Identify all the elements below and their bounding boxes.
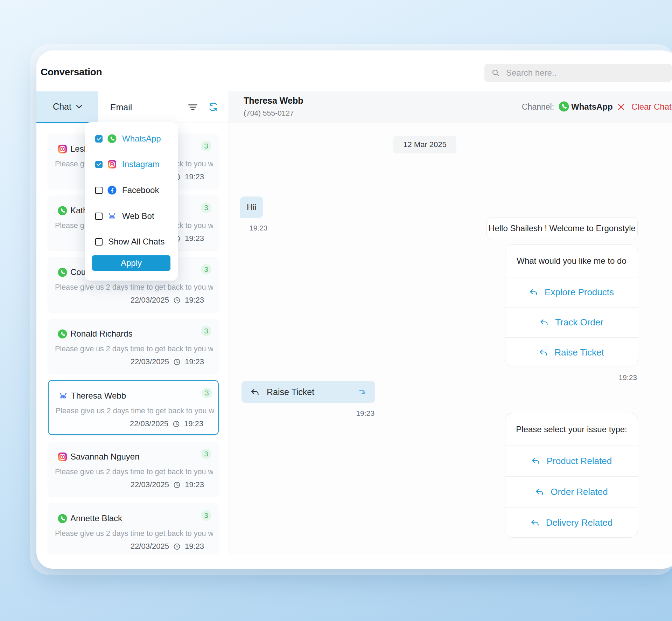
chat-time: 19:23 xyxy=(185,542,204,551)
filter-button[interactable] xyxy=(187,101,199,113)
checkbox[interactable] xyxy=(95,238,103,246)
menu-option-label: Track Order xyxy=(555,317,603,328)
menu-option-delivery-related[interactable]: Delivery Related xyxy=(505,507,638,538)
filter-option-instagram[interactable]: Instagram xyxy=(85,157,178,172)
clock-icon xyxy=(173,358,181,366)
conversation-body: 12 Mar 2025 Hii 19:23 Hello Shailesh ! W… xyxy=(229,123,672,554)
clock-icon xyxy=(173,481,181,489)
clock-icon xyxy=(173,297,181,304)
filter-show-all-chats[interactable]: Show All Chats xyxy=(85,234,178,249)
filter-option-webbot[interactable]: Web Bot xyxy=(85,209,178,223)
whatsapp-icon xyxy=(559,101,569,112)
chat-list-item[interactable]: Savannah Nguyen 3 Please give us 2 days … xyxy=(48,442,219,497)
whatsapp-icon xyxy=(107,134,117,143)
reply-arrow-icon xyxy=(251,389,260,395)
message-time: 19:23 xyxy=(612,373,637,382)
chat-date: 22/03/2025 xyxy=(131,480,169,489)
apply-button[interactable]: Apply xyxy=(92,255,170,271)
search-input[interactable] xyxy=(505,68,654,78)
facebook-icon xyxy=(107,186,117,195)
reply-arrow-icon xyxy=(539,349,548,356)
clear-chat-label: Clear Chat xyxy=(631,102,672,112)
tab-chat-label: Chat xyxy=(53,102,71,112)
whatsapp-icon xyxy=(58,268,67,277)
filter-option-whatsapp[interactable]: WhatsApp xyxy=(85,131,178,146)
filter-option-label: Instagram xyxy=(122,159,160,169)
tab-chat[interactable]: Chat xyxy=(36,91,98,123)
clock-icon xyxy=(173,420,180,428)
clear-chat-button[interactable]: Clear Chat xyxy=(618,102,672,112)
reply-arrow-icon xyxy=(531,458,540,464)
incoming-message-bubble: Hii xyxy=(240,196,263,218)
whatsapp-icon xyxy=(58,329,67,339)
reply-arrow-icon xyxy=(535,489,544,495)
menu-option-track-order[interactable]: Track Order xyxy=(505,307,638,337)
conversation-header: Theresa Webb (704) 555-0127 Channel: Wha… xyxy=(229,91,672,123)
message-time: 19:23 xyxy=(249,224,268,232)
menu-option-explore-products[interactable]: Explore Products xyxy=(505,277,638,307)
chat-name: Theresa Webb xyxy=(71,391,126,401)
message-time: 19:23 xyxy=(354,409,374,418)
instagram-icon xyxy=(58,452,67,462)
reply-arrow-icon xyxy=(529,289,538,296)
menu-option-label: Raise Ticket xyxy=(554,347,604,358)
chevron-down-icon xyxy=(76,105,82,108)
checkbox[interactable] xyxy=(95,213,103,220)
unread-badge: 3 xyxy=(201,202,211,213)
menu-option-raise-ticket[interactable]: Raise Ticket xyxy=(505,337,638,366)
filter-option-label: Web Bot xyxy=(122,211,154,221)
chat-name: Ronald Richards xyxy=(70,329,132,339)
chat-list-item-selected[interactable]: Theresa Webb 3 Please give us 2 days tim… xyxy=(48,380,219,435)
refresh-button[interactable] xyxy=(207,101,219,113)
contact-phone: (704) 555-0127 xyxy=(244,109,294,117)
instagram-icon xyxy=(107,160,117,169)
contact-name: Theresa Webb xyxy=(244,96,303,106)
chat-preview: Please give us 2 days time to get back t… xyxy=(55,529,213,538)
chat-date: 22/03/2025 xyxy=(131,542,169,551)
chat-time: 19:23 xyxy=(185,234,204,243)
unread-badge: 3 xyxy=(201,510,211,521)
filter-option-facebook[interactable]: Facebook xyxy=(85,183,178,198)
show-all-chats-label: Show All Chats xyxy=(108,237,164,247)
channel-label: Channel: xyxy=(522,102,554,112)
checkbox[interactable] xyxy=(95,187,103,194)
close-icon xyxy=(618,104,624,110)
chat-name: Savannah Nguyen xyxy=(70,452,139,462)
reply-arrow-icon xyxy=(540,319,549,326)
chat-list-item[interactable]: Annette Black 3 Please give us 2 days ti… xyxy=(48,503,219,554)
chat-date: 22/03/2025 xyxy=(130,419,168,428)
chat-date: 22/03/2025 xyxy=(131,357,169,366)
unread-badge: 3 xyxy=(202,388,212,398)
chat-time: 19:23 xyxy=(185,357,204,366)
filter-option-label: WhatsApp xyxy=(122,134,161,144)
chat-name: Annette Black xyxy=(70,513,122,523)
search-bar[interactable] xyxy=(484,64,672,82)
reply-arrow-icon xyxy=(531,519,540,526)
chat-time: 19:23 xyxy=(185,172,204,181)
unread-badge: 3 xyxy=(201,264,211,275)
bot-menu-card: Please select your issue type: Product R… xyxy=(505,413,638,538)
whatsapp-icon xyxy=(58,206,67,215)
chat-preview: Please give us 2 days time to get back t… xyxy=(55,345,213,353)
menu-option-product-related[interactable]: Product Related xyxy=(505,446,638,476)
chat-time: 19:23 xyxy=(185,296,204,305)
tab-email-label: Email xyxy=(110,102,132,112)
filter-icon xyxy=(188,103,198,111)
menu-option-order-related[interactable]: Order Related xyxy=(505,476,638,507)
tab-email[interactable]: Email xyxy=(98,91,144,123)
quick-reply-label: Raise Ticket xyxy=(267,387,314,397)
webbot-icon xyxy=(58,391,68,401)
filter-option-label: Facebook xyxy=(122,185,159,195)
menu-title: What would you like me to do xyxy=(505,245,638,277)
menu-option-label: Order Related xyxy=(551,487,608,497)
date-separator: 12 Mar 2025 xyxy=(393,136,456,153)
chat-time: 19:23 xyxy=(184,419,203,428)
export-icon xyxy=(358,388,366,396)
webbot-icon xyxy=(107,212,117,221)
checkbox[interactable] xyxy=(95,135,103,143)
checkbox[interactable] xyxy=(95,161,103,168)
chat-time: 19:23 xyxy=(185,480,204,489)
chat-list-item[interactable]: Ronald Richards 3 Please give us 2 days … xyxy=(48,319,219,374)
chat-date: 22/03/2025 xyxy=(131,296,169,305)
bot-menu-card: What would you like me to do Explore Pro… xyxy=(505,244,638,366)
